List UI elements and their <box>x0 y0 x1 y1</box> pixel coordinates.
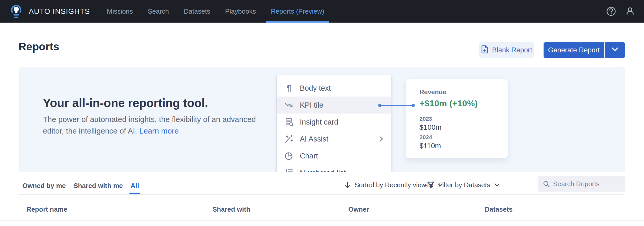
menu-item-label: Chart <box>300 152 318 160</box>
report-tabs: Owned by me Shared with me All <box>18 177 143 194</box>
kpi-entries: 2023 $100m 2024 $110m <box>419 116 500 150</box>
hero-description: The power of automated insights, the fle… <box>43 114 261 137</box>
connector-dot-start <box>378 104 381 107</box>
nav-links: Missions Search Datasets Playbooks Repor… <box>106 0 325 23</box>
nav-item-datasets[interactable]: Datasets <box>183 0 211 23</box>
search-reports-box <box>538 176 625 192</box>
navbar-right <box>606 6 635 16</box>
menu-item-body-text: ¶ Body text <box>277 80 391 97</box>
menu-item-label: Numbered list <box>300 169 346 173</box>
menu-item-label: Body text <box>300 84 331 92</box>
hero-banner: Your all-in-one reporting tool. The powe… <box>20 67 625 172</box>
kpi-entry-value: $110m <box>419 142 500 150</box>
column-header-shared-with: Shared with <box>212 205 250 213</box>
table-header-divider <box>0 220 644 221</box>
brand-name: AUTO INSIGHTS <box>29 7 90 16</box>
generate-report-dropdown-button[interactable] <box>605 42 625 58</box>
blank-report-button[interactable]: Blank Report <box>479 42 534 58</box>
insert-menu-panel: ¶ Body text KPI tile <box>276 75 391 172</box>
user-icon[interactable] <box>625 6 635 16</box>
kpi-title: Revenue <box>419 88 500 96</box>
hero-heading: Your all-in-one reporting tool. <box>43 96 208 110</box>
kpi-entry-year: 2024 <box>419 134 500 141</box>
numbered-list-icon <box>284 168 294 172</box>
learn-more-link[interactable]: Learn more <box>139 127 179 135</box>
arrow-down-icon <box>344 181 351 189</box>
menu-item-insight-card: Insight card <box>277 114 391 130</box>
menu-item-kpi-tile: KPI tile <box>277 97 391 114</box>
kpi-entry-value: $100m <box>419 123 500 131</box>
generate-report-button[interactable]: Generate Report <box>544 42 605 58</box>
brand[interactable]: AUTO INSIGHTS <box>9 3 90 20</box>
nav-item-search[interactable]: Search <box>147 0 170 23</box>
chevron-right-icon <box>379 135 384 143</box>
search-icon <box>543 180 550 187</box>
top-navbar: AUTO INSIGHTS Missions Search Datasets P… <box>0 0 644 23</box>
generate-report-label: Generate Report <box>548 46 600 54</box>
column-header-datasets: Datasets <box>485 205 512 213</box>
document-add-icon <box>481 45 489 55</box>
column-header-report-name: Report name <box>26 205 67 213</box>
insight-card-icon <box>284 117 294 127</box>
kpi-change-value: +$10m (+10%) <box>419 98 500 108</box>
funnel-icon <box>427 181 435 189</box>
connector-line <box>380 105 413 106</box>
menu-item-numbered-list: Numbered list <box>277 164 391 172</box>
menu-item-ai-assist: AI Assist <box>277 130 391 147</box>
auto-insights-app: AUTO INSIGHTS Missions Search Datasets P… <box>0 0 644 226</box>
chevron-down-icon <box>494 183 500 187</box>
generate-report-split-button: Generate Report <box>544 42 625 58</box>
tab-owned-by-me[interactable]: Owned by me <box>18 177 70 194</box>
pilcrow-icon: ¶ <box>284 83 294 93</box>
chevron-down-icon <box>611 47 619 53</box>
menu-item-chart: Chart <box>277 147 391 164</box>
column-header-owner: Owner <box>348 205 369 213</box>
filter-label: Filter by Datasets <box>438 181 490 189</box>
menu-item-label: AI Assist <box>300 135 328 143</box>
pie-chart-icon <box>284 151 294 161</box>
lightbulb-logo-icon <box>9 3 24 20</box>
blank-report-label: Blank Report <box>492 46 532 54</box>
nav-item-missions[interactable]: Missions <box>106 0 134 23</box>
trend-line-icon <box>284 100 294 110</box>
sort-label: Sorted by Recently viewed <box>354 181 434 189</box>
menu-item-label: Insight card <box>300 118 338 126</box>
nav-item-playbooks[interactable]: Playbooks <box>224 0 257 23</box>
kpi-example-card: Revenue +$10m (+10%) 2023 $100m 2024 $11… <box>406 79 508 158</box>
page-title: Reports <box>18 41 59 53</box>
tab-all[interactable]: All <box>127 177 143 194</box>
menu-item-label: KPI tile <box>300 101 323 109</box>
connector-dot-end <box>412 104 415 107</box>
tab-shared-with-me[interactable]: Shared with me <box>70 177 127 194</box>
magic-wand-icon <box>284 134 294 144</box>
filter-control[interactable]: Filter by Datasets <box>427 177 500 193</box>
nav-item-reports-preview[interactable]: Reports (Preview) <box>270 0 325 23</box>
search-input[interactable] <box>553 180 620 188</box>
tabs-divider <box>18 194 625 195</box>
kpi-entry-year: 2023 <box>419 116 500 122</box>
help-icon[interactable] <box>606 6 616 16</box>
